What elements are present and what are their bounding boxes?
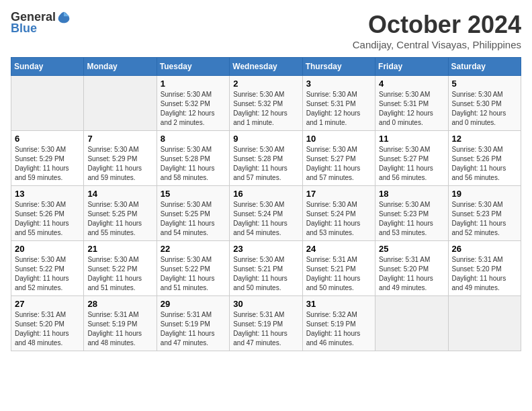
day-info: Sunrise: 5:30 AM Sunset: 5:28 PM Dayligh… — [233, 145, 298, 183]
day-number: 20 — [15, 244, 80, 254]
day-info: Sunrise: 5:30 AM Sunset: 5:32 PM Dayligh… — [161, 90, 226, 128]
calendar-table: SundayMondayTuesdayWednesdayThursdayFrid… — [11, 57, 521, 351]
logo-icon — [57, 11, 71, 24]
day-info: Sunrise: 5:31 AM Sunset: 5:19 PM Dayligh… — [87, 310, 152, 348]
day-info: Sunrise: 5:30 AM Sunset: 5:23 PM Dayligh… — [452, 200, 517, 238]
day-info: Sunrise: 5:30 AM Sunset: 5:24 PM Dayligh… — [233, 200, 298, 238]
page-header: General Blue October 2024 Candijay, Cent… — [11, 11, 521, 50]
day-info: Sunrise: 5:32 AM Sunset: 5:19 PM Dayligh… — [306, 310, 371, 348]
calendar-cell: 1Sunrise: 5:30 AM Sunset: 5:32 PM Daylig… — [157, 76, 229, 131]
day-info: Sunrise: 5:30 AM Sunset: 5:32 PM Dayligh… — [233, 90, 298, 128]
calendar-cell: 12Sunrise: 5:30 AM Sunset: 5:26 PM Dayli… — [448, 131, 521, 186]
calendar-cell: 2Sunrise: 5:30 AM Sunset: 5:32 PM Daylig… — [230, 76, 302, 131]
calendar-cell: 25Sunrise: 5:31 AM Sunset: 5:20 PM Dayli… — [375, 241, 448, 296]
calendar-cell: 19Sunrise: 5:30 AM Sunset: 5:23 PM Dayli… — [448, 186, 521, 241]
calendar-cell: 9Sunrise: 5:30 AM Sunset: 5:28 PM Daylig… — [230, 131, 302, 186]
day-info: Sunrise: 5:30 AM Sunset: 5:30 PM Dayligh… — [452, 90, 517, 128]
day-info: Sunrise: 5:31 AM Sunset: 5:20 PM Dayligh… — [15, 310, 80, 348]
day-number: 7 — [87, 134, 152, 144]
day-info: Sunrise: 5:30 AM Sunset: 5:28 PM Dayligh… — [161, 145, 226, 183]
calendar-cell: 8Sunrise: 5:30 AM Sunset: 5:28 PM Daylig… — [157, 131, 229, 186]
calendar-cell: 27Sunrise: 5:31 AM Sunset: 5:20 PM Dayli… — [11, 296, 84, 351]
calendar-cell: 21Sunrise: 5:30 AM Sunset: 5:22 PM Dayli… — [84, 241, 157, 296]
location: Candijay, Central Visayas, Philippines — [353, 39, 521, 50]
calendar-cell: 4Sunrise: 5:30 AM Sunset: 5:31 PM Daylig… — [375, 76, 448, 131]
day-number: 4 — [379, 79, 444, 89]
day-info: Sunrise: 5:30 AM Sunset: 5:21 PM Dayligh… — [233, 255, 298, 293]
day-info: Sunrise: 5:30 AM Sunset: 5:25 PM Dayligh… — [87, 200, 152, 238]
day-info: Sunrise: 5:30 AM Sunset: 5:22 PM Dayligh… — [87, 255, 152, 293]
day-number: 16 — [233, 189, 298, 199]
day-number: 17 — [306, 189, 371, 199]
day-header-tuesday: Tuesday — [157, 58, 229, 76]
logo: General Blue — [11, 11, 71, 36]
calendar-cell: 15Sunrise: 5:30 AM Sunset: 5:25 PM Dayli… — [157, 186, 229, 241]
day-number: 3 — [306, 79, 371, 89]
day-number: 31 — [306, 299, 371, 309]
day-info: Sunrise: 5:30 AM Sunset: 5:23 PM Dayligh… — [379, 200, 444, 238]
day-number: 1 — [161, 79, 226, 89]
calendar-cell: 14Sunrise: 5:30 AM Sunset: 5:25 PM Dayli… — [84, 186, 157, 241]
day-number: 19 — [452, 189, 517, 199]
calendar-cell: 26Sunrise: 5:31 AM Sunset: 5:20 PM Dayli… — [448, 241, 521, 296]
day-info: Sunrise: 5:30 AM Sunset: 5:26 PM Dayligh… — [452, 145, 517, 183]
calendar-cell: 18Sunrise: 5:30 AM Sunset: 5:23 PM Dayli… — [375, 186, 448, 241]
day-number: 29 — [161, 299, 226, 309]
day-info: Sunrise: 5:30 AM Sunset: 5:24 PM Dayligh… — [306, 200, 371, 238]
day-number: 21 — [87, 244, 152, 254]
day-header-saturday: Saturday — [448, 58, 521, 76]
day-info: Sunrise: 5:30 AM Sunset: 5:29 PM Dayligh… — [87, 145, 152, 183]
calendar-cell: 17Sunrise: 5:30 AM Sunset: 5:24 PM Dayli… — [302, 186, 375, 241]
calendar-cell: 11Sunrise: 5:30 AM Sunset: 5:27 PM Dayli… — [375, 131, 448, 186]
calendar-week-1: 1Sunrise: 5:30 AM Sunset: 5:32 PM Daylig… — [11, 76, 521, 131]
day-number: 22 — [161, 244, 226, 254]
calendar-cell: 28Sunrise: 5:31 AM Sunset: 5:19 PM Dayli… — [84, 296, 157, 351]
day-number: 15 — [161, 189, 226, 199]
day-number: 14 — [87, 189, 152, 199]
day-header-wednesday: Wednesday — [230, 58, 302, 76]
calendar-cell: 3Sunrise: 5:30 AM Sunset: 5:31 PM Daylig… — [302, 76, 375, 131]
day-header-thursday: Thursday — [302, 58, 375, 76]
calendar-cell: 13Sunrise: 5:30 AM Sunset: 5:26 PM Dayli… — [11, 186, 84, 241]
calendar-cell — [11, 76, 84, 131]
day-info: Sunrise: 5:30 AM Sunset: 5:22 PM Dayligh… — [161, 255, 226, 293]
calendar-cell: 23Sunrise: 5:30 AM Sunset: 5:21 PM Dayli… — [230, 241, 302, 296]
day-info: Sunrise: 5:31 AM Sunset: 5:20 PM Dayligh… — [452, 255, 517, 293]
calendar-cell: 5Sunrise: 5:30 AM Sunset: 5:30 PM Daylig… — [448, 76, 521, 131]
calendar-header: SundayMondayTuesdayWednesdayThursdayFrid… — [11, 58, 521, 76]
day-number: 25 — [379, 244, 444, 254]
day-number: 26 — [452, 244, 517, 254]
day-header-friday: Friday — [375, 58, 448, 76]
calendar-week-3: 13Sunrise: 5:30 AM Sunset: 5:26 PM Dayli… — [11, 186, 521, 241]
calendar-cell — [448, 296, 521, 351]
calendar-cell: 6Sunrise: 5:30 AM Sunset: 5:29 PM Daylig… — [11, 131, 84, 186]
day-info: Sunrise: 5:31 AM Sunset: 5:21 PM Dayligh… — [306, 255, 371, 293]
header-row: SundayMondayTuesdayWednesdayThursdayFrid… — [11, 58, 521, 76]
calendar-cell: 29Sunrise: 5:31 AM Sunset: 5:19 PM Dayli… — [157, 296, 229, 351]
calendar-week-2: 6Sunrise: 5:30 AM Sunset: 5:29 PM Daylig… — [11, 131, 521, 186]
calendar-cell: 24Sunrise: 5:31 AM Sunset: 5:21 PM Dayli… — [302, 241, 375, 296]
day-number: 10 — [306, 134, 371, 144]
day-number: 6 — [15, 134, 80, 144]
day-info: Sunrise: 5:31 AM Sunset: 5:19 PM Dayligh… — [233, 310, 298, 348]
calendar-cell: 16Sunrise: 5:30 AM Sunset: 5:24 PM Dayli… — [230, 186, 302, 241]
day-number: 9 — [233, 134, 298, 144]
day-number: 11 — [379, 134, 444, 144]
calendar-cell: 10Sunrise: 5:30 AM Sunset: 5:27 PM Dayli… — [302, 131, 375, 186]
day-number: 28 — [87, 299, 152, 309]
day-info: Sunrise: 5:30 AM Sunset: 5:27 PM Dayligh… — [379, 145, 444, 183]
calendar-week-5: 27Sunrise: 5:31 AM Sunset: 5:20 PM Dayli… — [11, 296, 521, 351]
day-info: Sunrise: 5:30 AM Sunset: 5:26 PM Dayligh… — [15, 200, 80, 238]
calendar-cell — [84, 76, 157, 131]
calendar-body: 1Sunrise: 5:30 AM Sunset: 5:32 PM Daylig… — [11, 76, 521, 351]
day-number: 27 — [15, 299, 80, 309]
day-info: Sunrise: 5:30 AM Sunset: 5:25 PM Dayligh… — [161, 200, 226, 238]
day-number: 30 — [233, 299, 298, 309]
title-section: October 2024 Candijay, Central Visayas, … — [353, 11, 521, 50]
calendar-cell: 30Sunrise: 5:31 AM Sunset: 5:19 PM Dayli… — [230, 296, 302, 351]
day-info: Sunrise: 5:30 AM Sunset: 5:29 PM Dayligh… — [15, 145, 80, 183]
calendar-cell: 31Sunrise: 5:32 AM Sunset: 5:19 PM Dayli… — [302, 296, 375, 351]
day-info: Sunrise: 5:30 AM Sunset: 5:31 PM Dayligh… — [379, 90, 444, 128]
day-header-sunday: Sunday — [11, 58, 84, 76]
day-info: Sunrise: 5:31 AM Sunset: 5:20 PM Dayligh… — [379, 255, 444, 293]
